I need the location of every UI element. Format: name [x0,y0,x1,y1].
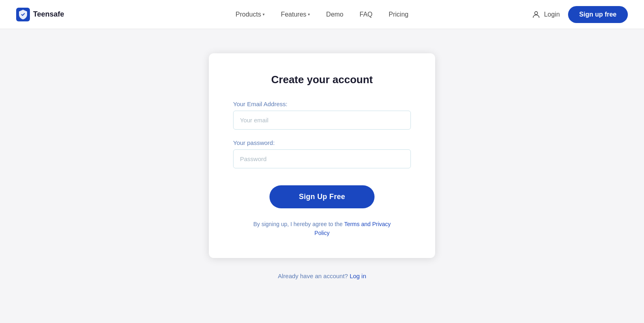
already-account-text: Already have an account? Log in [278,273,366,279]
nav-faq-label: FAQ [360,11,373,18]
nav-products-label: Products [236,11,261,18]
features-chevron-icon: ▾ [308,12,310,17]
nav-item-demo[interactable]: Demo [326,9,343,20]
person-icon [532,10,541,19]
login-area[interactable]: Login [532,10,560,19]
nav-demo-label: Demo [326,11,343,18]
signup-button[interactable]: Sign Up Free [269,185,375,208]
products-chevron-icon: ▾ [263,12,265,17]
nav-pricing-label: Pricing [389,11,408,18]
brand-shield-icon [16,8,30,21]
password-input[interactable] [233,149,411,168]
login-label: Login [544,11,560,18]
navbar-right: Login Sign up free [532,6,628,23]
email-label: Your Email Address: [233,101,411,107]
brand-name-text: Teensafe [33,10,64,19]
brand-logo-link[interactable]: Teensafe [16,8,64,21]
already-account-label: Already have an account? [278,273,348,279]
nav-signup-button[interactable]: Sign up free [568,6,628,23]
nav-features-label: Features [281,11,306,18]
main-content: Create your account Your Email Address: … [0,29,644,296]
signup-card: Create your account Your Email Address: … [209,53,435,258]
password-form-group: Your password: [233,139,411,168]
nav-item-pricing[interactable]: Pricing [389,9,408,20]
login-link[interactable]: Log in [349,273,366,279]
terms-text: By signing up, I hereby agree to the Ter… [249,220,395,238]
nav-item-features[interactable]: Features ▾ [281,9,310,20]
card-title: Create your account [271,73,373,86]
password-label: Your password: [233,139,411,146]
email-input[interactable] [233,111,411,130]
terms-prefix: By signing up, I hereby agree to the [253,221,343,227]
nav-item-faq[interactable]: FAQ [360,9,373,20]
nav-item-products[interactable]: Products ▾ [236,9,265,20]
svg-point-1 [535,11,538,14]
navbar: Teensafe Products ▾ Features ▾ Demo FAQ … [0,0,644,29]
email-form-group: Your Email Address: [233,101,411,130]
nav-center: Products ▾ Features ▾ Demo FAQ Pricing [236,9,408,20]
